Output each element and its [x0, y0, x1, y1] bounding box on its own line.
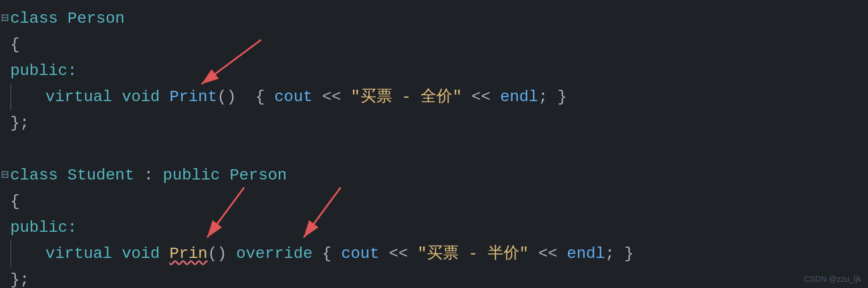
code-line-10: }; [0, 267, 868, 288]
cout-2: cout [341, 241, 379, 267]
class-name-person-2: Person [229, 162, 287, 189]
closing-brace-2: }; [10, 267, 30, 288]
keyword-public-inherit: public [163, 162, 230, 189]
parens-2: () [208, 241, 236, 267]
virtual-keyword-2: virtual [45, 241, 121, 267]
semicolon-1: ; } [538, 84, 567, 110]
closing-brace-1: }; [10, 110, 30, 136]
string-2: "买票 - 半价" [417, 241, 529, 267]
op-2: << [462, 84, 500, 110]
virtual-keyword-1: virtual [45, 84, 121, 110]
code-line-4: virtual void Print() { cout << "买票 - 全价"… [0, 84, 868, 110]
collapse-icon-2[interactable]: ⊟ [1, 162, 9, 189]
code-line-9: virtual void Prin() override { cout << "… [0, 241, 868, 267]
op-3: << [379, 241, 417, 267]
cout-1: cout [274, 84, 312, 110]
string-1: "买票 - 全价" [351, 84, 462, 110]
endl-1: endl [500, 84, 538, 110]
keyword-class-2: class [10, 162, 68, 189]
endl-2: endl [567, 241, 605, 267]
function-name-print: Print [169, 84, 217, 110]
semicolon-2: ; } [605, 241, 634, 267]
brace-inline-2: { [313, 241, 341, 267]
code-line-3: public: [0, 58, 868, 84]
op-1: << [313, 84, 351, 110]
class-name-student: Student [68, 162, 144, 189]
op-4: << [529, 241, 567, 267]
class-name-person: Person [68, 6, 125, 32]
collapse-icon-1[interactable]: ⊟ [1, 6, 9, 32]
colon-inherit: : [144, 162, 163, 189]
indent-bar-1 [10, 84, 11, 110]
code-line-6: ⊟ class Student : public Person [0, 162, 868, 189]
keyword-class-1: class [10, 6, 68, 32]
access-modifier-1: public: [10, 58, 77, 84]
code-line-5: }; [0, 110, 868, 136]
brace-open-2: { [10, 189, 20, 215]
void-keyword-1: void [121, 84, 169, 110]
override-keyword: override [236, 241, 312, 267]
parens-1: () { [217, 84, 274, 110]
void-keyword-2: void [121, 241, 169, 267]
code-line-8: public: [0, 215, 868, 241]
function-name-prin-warn: Prin [169, 241, 207, 267]
indent-bar-2 [10, 241, 11, 267]
code-line-1: ⊟ class Person [0, 6, 868, 32]
code-line-7: { [0, 189, 868, 215]
brace-open-1: { [10, 32, 20, 58]
access-modifier-2: public: [10, 215, 77, 241]
code-editor: ⊟ class Person { public: virtual void Pr… [0, 0, 868, 288]
watermark: CSDN @zzu_ljk [804, 274, 861, 283]
blank-line-1 [0, 136, 868, 162]
code-line-2: { [0, 32, 868, 58]
